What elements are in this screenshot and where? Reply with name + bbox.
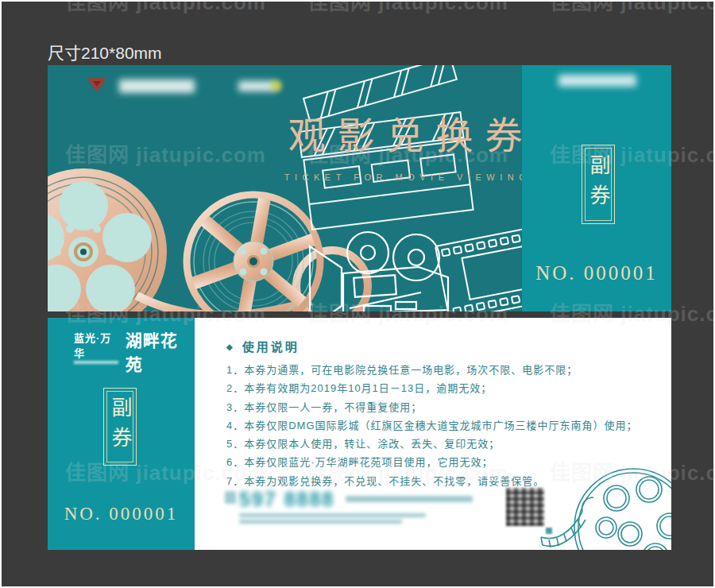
instruction-item: 4．本券仅限DMG国际影城（红旗区金穗大道宝龙城市广场三楼中厅东南角）使用； bbox=[226, 416, 655, 435]
brand-logo-mark-icon bbox=[86, 76, 108, 95]
diamond-bullet-icon: ◆ bbox=[226, 342, 235, 351]
brand-logo-front bbox=[79, 75, 318, 100]
blurred-contact-logo bbox=[225, 491, 236, 504]
blurred-contact-line bbox=[346, 496, 473, 502]
ticket-front-stub: 副券 NO. 000001 bbox=[522, 65, 671, 311]
stub-coupon-label-back: 副券 bbox=[110, 397, 130, 457]
movie-camera-icon bbox=[310, 232, 448, 311]
instructions-title-text: 使用说明 bbox=[242, 340, 300, 354]
blurred-address-line-2 bbox=[239, 520, 402, 524]
ticket-back-stub: 蓝光·万华 湖畔花苑 副券 NO. 000001 bbox=[48, 318, 195, 550]
instructions-title: ◆使用说明 bbox=[226, 338, 300, 354]
instruction-item: 2．本券有效期为2019年10月1日－13日，逾期无效； bbox=[226, 379, 655, 397]
blurred-address-line bbox=[239, 513, 426, 517]
film-reel-sketch-icon bbox=[536, 462, 671, 550]
film-reel-left-icon bbox=[48, 168, 167, 311]
stub-coupon-box-back: 副券 bbox=[103, 388, 137, 466]
film-reel-right-icon bbox=[187, 195, 320, 311]
blurred-brand-subtext bbox=[74, 361, 118, 364]
ticket-back: 蓝光·万华 湖畔花苑 副券 NO. 000001 ◆使用说明 1．本券为通票，可… bbox=[48, 318, 671, 550]
brand-name-small: 蓝光·万华 bbox=[74, 330, 122, 360]
watermark-text: 佳图网 jiatupic.com bbox=[550, 0, 715, 15]
serial-number-back: NO. 000001 bbox=[48, 504, 195, 524]
contact-block: 597 8888 bbox=[195, 482, 576, 529]
film-reels-illustration bbox=[48, 65, 522, 311]
blurred-stub-text bbox=[558, 75, 636, 87]
watermark-text: 佳图网 jiatupic.com bbox=[65, 0, 266, 15]
instruction-item: 5．本券仅限本人使用，转让、涂改、丢失、复印无效； bbox=[226, 435, 655, 453]
size-label: 尺寸210*80mm bbox=[48, 40, 162, 64]
ticket-front: 观影兑换券 TICKET FOR MOVIE VIEWING 副券 NO. 00… bbox=[48, 65, 671, 311]
stub-coupon-box: 副券 bbox=[582, 145, 615, 224]
stub-coupon-label: 副券 bbox=[588, 154, 609, 215]
blurred-brand-text bbox=[119, 79, 195, 93]
brand-name-large: 湖畔花苑 bbox=[126, 327, 195, 375]
watermark-text: 佳图网 jiatupic.com bbox=[307, 0, 508, 15]
brand-logo-back: 蓝光·万华 湖畔花苑 bbox=[74, 327, 195, 375]
blurred-brand-text-2 bbox=[238, 81, 276, 91]
phone-number: 597 8888 bbox=[239, 488, 334, 511]
instruction-item: 3．本券仅限一人一券，不得重复使用； bbox=[226, 398, 655, 416]
instructions-panel: ◆使用说明 1．本券为通票，可在电影院兑换任意一场电影，场次不限、电影不限； 2… bbox=[195, 318, 671, 550]
instruction-item: 1．本券为通票，可在电影院兑换任意一场电影，场次不限、电影不限； bbox=[226, 361, 655, 379]
film-strip-rose bbox=[137, 296, 311, 311]
design-preview-canvas: 尺寸210*80mm bbox=[0, 0, 715, 588]
blurred-brand-accent bbox=[272, 81, 281, 91]
serial-number-front: NO. 000001 bbox=[522, 262, 671, 284]
